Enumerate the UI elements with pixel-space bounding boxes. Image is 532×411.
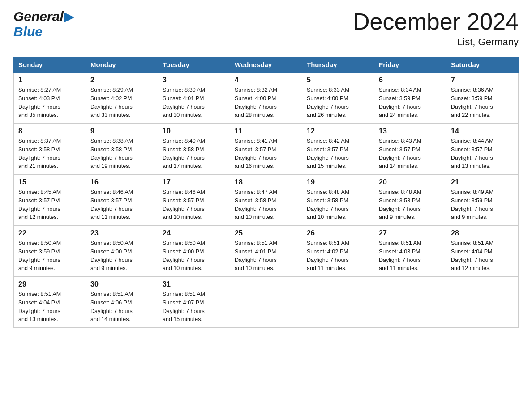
day-info: Sunrise: 8:33 AMSunset: 4:00 PMDaylight:… [307,86,369,120]
calendar-day-cell: 6Sunrise: 8:34 AMSunset: 3:59 PMDaylight… [374,73,446,124]
day-info: Sunrise: 8:48 AMSunset: 3:58 PMDaylight:… [307,188,369,222]
header-sunday: Sunday [14,57,86,73]
day-info: Sunrise: 8:29 AMSunset: 4:02 PMDaylight:… [90,86,153,120]
day-number: 25 [235,229,297,237]
day-number: 21 [451,178,514,186]
day-number: 14 [451,127,514,135]
day-number: 7 [451,76,514,84]
calendar-day-cell: 24Sunrise: 8:50 AMSunset: 4:00 PMDayligh… [158,226,230,277]
calendar-empty-cell [446,277,519,328]
calendar-week-row: 8Sunrise: 8:37 AMSunset: 3:58 PMDaylight… [14,124,519,175]
calendar-day-cell: 16Sunrise: 8:46 AMSunset: 3:57 PMDayligh… [86,175,158,226]
day-number: 1 [18,76,81,84]
day-info: Sunrise: 8:37 AMSunset: 3:58 PMDaylight:… [18,137,81,171]
calendar-empty-cell [302,277,374,328]
day-info: Sunrise: 8:34 AMSunset: 3:59 PMDaylight:… [379,86,442,120]
calendar-day-cell: 25Sunrise: 8:51 AMSunset: 4:01 PMDayligh… [230,226,302,277]
calendar-day-cell: 15Sunrise: 8:45 AMSunset: 3:57 PMDayligh… [14,175,86,226]
logo-arrow-icon [64,13,74,22]
day-info: Sunrise: 8:38 AMSunset: 3:58 PMDaylight:… [90,137,153,171]
day-number: 3 [163,76,225,84]
header-saturday: Saturday [446,57,519,73]
day-number: 31 [163,280,225,288]
day-number: 22 [18,229,81,237]
calendar-title: December 2024 [353,9,519,34]
svg-marker-0 [64,13,74,22]
day-info: Sunrise: 8:49 AMSunset: 3:59 PMDaylight:… [451,188,514,222]
day-info: Sunrise: 8:51 AMSunset: 4:04 PMDaylight:… [451,239,514,273]
calendar-day-cell: 26Sunrise: 8:51 AMSunset: 4:02 PMDayligh… [302,226,374,277]
day-number: 27 [379,229,442,237]
calendar-day-cell: 21Sunrise: 8:49 AMSunset: 3:59 PMDayligh… [446,175,519,226]
day-info: Sunrise: 8:48 AMSunset: 3:58 PMDaylight:… [379,188,442,222]
header-monday: Monday [86,57,158,73]
calendar-day-cell: 29Sunrise: 8:51 AMSunset: 4:04 PMDayligh… [14,277,86,328]
calendar-week-row: 29Sunrise: 8:51 AMSunset: 4:04 PMDayligh… [14,277,519,328]
day-info: Sunrise: 8:51 AMSunset: 4:07 PMDaylight:… [163,290,225,324]
calendar-title-block: December 2024 List, Germany [353,9,519,48]
day-info: Sunrise: 8:51 AMSunset: 4:02 PMDaylight:… [307,239,369,273]
day-info: Sunrise: 8:27 AMSunset: 4:03 PMDaylight:… [18,86,81,120]
calendar-day-cell: 22Sunrise: 8:50 AMSunset: 3:59 PMDayligh… [14,226,86,277]
day-info: Sunrise: 8:45 AMSunset: 3:57 PMDaylight:… [18,188,81,222]
calendar-empty-cell [374,277,446,328]
day-info: Sunrise: 8:47 AMSunset: 3:58 PMDaylight:… [235,188,297,222]
calendar-day-cell: 1Sunrise: 8:27 AMSunset: 4:03 PMDaylight… [14,73,86,124]
calendar-day-cell: 10Sunrise: 8:40 AMSunset: 3:58 PMDayligh… [158,124,230,175]
day-info: Sunrise: 8:50 AMSunset: 4:00 PMDaylight:… [163,239,225,273]
calendar-day-cell: 27Sunrise: 8:51 AMSunset: 4:03 PMDayligh… [374,226,446,277]
calendar-day-cell: 3Sunrise: 8:30 AMSunset: 4:01 PMDaylight… [158,73,230,124]
day-number: 16 [90,178,153,186]
calendar-day-cell: 12Sunrise: 8:42 AMSunset: 3:57 PMDayligh… [302,124,374,175]
calendar-day-cell: 5Sunrise: 8:33 AMSunset: 4:00 PMDaylight… [302,73,374,124]
day-number: 15 [18,178,81,186]
header-thursday: Thursday [302,57,374,73]
day-number: 4 [235,76,297,84]
day-info: Sunrise: 8:43 AMSunset: 3:57 PMDaylight:… [379,137,442,171]
day-info: Sunrise: 8:51 AMSunset: 4:01 PMDaylight:… [235,239,297,273]
day-info: Sunrise: 8:42 AMSunset: 3:57 PMDaylight:… [307,137,369,171]
day-number: 9 [90,127,153,135]
calendar-week-row: 22Sunrise: 8:50 AMSunset: 3:59 PMDayligh… [14,226,519,277]
calendar-day-cell: 2Sunrise: 8:29 AMSunset: 4:02 PMDaylight… [86,73,158,124]
calendar-subtitle: List, Germany [353,36,519,48]
calendar-day-cell: 19Sunrise: 8:48 AMSunset: 3:58 PMDayligh… [302,175,374,226]
day-number: 29 [18,280,81,288]
calendar-day-cell: 30Sunrise: 8:51 AMSunset: 4:06 PMDayligh… [86,277,158,328]
calendar-week-row: 1Sunrise: 8:27 AMSunset: 4:03 PMDaylight… [14,73,519,124]
day-info: Sunrise: 8:30 AMSunset: 4:01 PMDaylight:… [163,86,225,120]
calendar-day-cell: 31Sunrise: 8:51 AMSunset: 4:07 PMDayligh… [158,277,230,328]
logo-general-text: General [13,9,64,24]
day-number: 26 [307,229,369,237]
page-header: General Blue December 2024 List, Germany [13,9,519,48]
day-number: 24 [163,229,225,237]
day-number: 13 [379,127,442,135]
calendar-day-cell: 11Sunrise: 8:41 AMSunset: 3:57 PMDayligh… [230,124,302,175]
day-number: 12 [307,127,369,135]
calendar-day-cell: 20Sunrise: 8:48 AMSunset: 3:58 PMDayligh… [374,175,446,226]
day-number: 17 [163,178,225,186]
day-info: Sunrise: 8:46 AMSunset: 3:57 PMDaylight:… [90,188,153,222]
day-number: 18 [235,178,297,186]
day-number: 2 [90,76,153,84]
calendar-week-row: 15Sunrise: 8:45 AMSunset: 3:57 PMDayligh… [14,175,519,226]
day-number: 5 [307,76,369,84]
logo-blue-text: Blue [13,24,43,39]
calendar-day-cell: 14Sunrise: 8:44 AMSunset: 3:57 PMDayligh… [446,124,519,175]
calendar-day-cell: 8Sunrise: 8:37 AMSunset: 3:58 PMDaylight… [14,124,86,175]
day-number: 30 [90,280,153,288]
day-number: 10 [163,127,225,135]
calendar-empty-cell [230,277,302,328]
header-friday: Friday [374,57,446,73]
calendar-day-cell: 7Sunrise: 8:36 AMSunset: 3:59 PMDaylight… [446,73,519,124]
calendar-day-cell: 23Sunrise: 8:50 AMSunset: 4:00 PMDayligh… [86,226,158,277]
day-number: 23 [90,229,153,237]
day-info: Sunrise: 8:36 AMSunset: 3:59 PMDaylight:… [451,86,514,120]
header-wednesday: Wednesday [230,57,302,73]
day-number: 20 [379,178,442,186]
calendar-header-row: SundayMondayTuesdayWednesdayThursdayFrid… [14,57,519,73]
day-info: Sunrise: 8:44 AMSunset: 3:57 PMDaylight:… [451,137,514,171]
day-info: Sunrise: 8:51 AMSunset: 4:06 PMDaylight:… [90,290,153,324]
day-number: 28 [451,229,514,237]
header-tuesday: Tuesday [158,57,230,73]
